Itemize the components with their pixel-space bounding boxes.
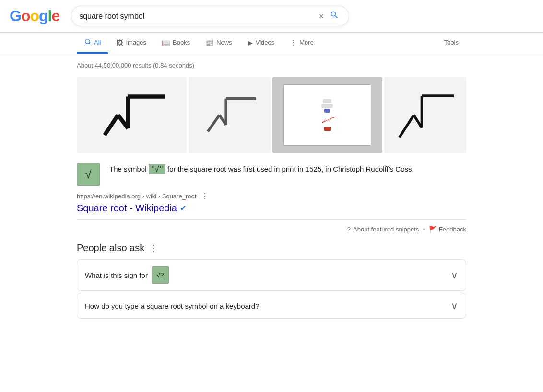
snippet-text-block: The symbol "√" for the square root was f…: [109, 163, 414, 176]
search-bar[interactable]: square root symbol ×: [71, 6, 349, 26]
question-icon: ?: [347, 226, 351, 233]
results-count: About 44,50,00,000 results (0.84 seconds…: [77, 62, 466, 69]
all-icon: [84, 38, 91, 46]
wiki-link-text: Square root - Wikipedia: [77, 203, 177, 214]
more-icon: ⋮: [290, 39, 296, 46]
clear-search-button[interactable]: ×: [315, 12, 328, 21]
google-logo[interactable]: Google: [10, 7, 59, 25]
featured-snippet: √ The symbol "√" for the square root was…: [77, 163, 466, 233]
image-result-4[interactable]: [384, 77, 466, 153]
tab-videos[interactable]: ▶ Videos: [240, 33, 283, 54]
svg-marker-10: [322, 118, 332, 123]
image-result-2[interactable]: [189, 77, 271, 153]
svg-line-6: [208, 115, 220, 131]
paa-icon-1: √?: [152, 266, 169, 284]
tab-images[interactable]: 🖼 Images: [108, 33, 154, 54]
paa-item-1-text: What is this sign for √?: [85, 266, 169, 284]
tools-button[interactable]: Tools: [437, 33, 466, 53]
feedback-row: ? About featured snippets • 🚩 Feedback: [77, 219, 466, 233]
header: Google square root symbol ×: [0, 0, 543, 33]
paa-chevron-1: ∨: [451, 269, 458, 281]
about-snippets-label: About featured snippets: [353, 226, 419, 233]
image-result-1[interactable]: [77, 77, 187, 153]
tab-all-label: All: [94, 39, 101, 46]
snippet-description: The symbol "√" for the square root was f…: [109, 163, 414, 176]
image-strip[interactable]: [77, 77, 466, 153]
feedback-label: Feedback: [439, 226, 466, 233]
results-container: About 44,50,00,000 results (0.84 seconds…: [0, 54, 543, 328]
paa-item-2-text: How do you type a square root symbol on …: [85, 302, 260, 310]
svg-line-1: [89, 43, 91, 45]
images-icon: 🖼: [116, 39, 123, 46]
svg-line-2: [105, 115, 118, 135]
nav-tabs: All 🖼 Images 📖 Books 📰 News ▶ Videos ⋮ M…: [0, 33, 543, 54]
feedback-icon: 🚩: [429, 226, 437, 233]
tab-images-label: Images: [126, 39, 146, 46]
search-button[interactable]: [328, 10, 341, 22]
people-also-ask-section: People also ask ⋮ What is this sign for …: [77, 242, 466, 319]
snippet-symbol-highlight: "√": [149, 164, 165, 174]
svg-point-0: [85, 39, 90, 44]
books-icon: 📖: [162, 39, 170, 46]
snippet-content: √ The symbol "√" for the square root was…: [77, 163, 466, 186]
wiki-menu-button[interactable]: ⋮: [201, 192, 209, 201]
tab-all[interactable]: All: [77, 33, 108, 54]
tab-more[interactable]: ⋮ More: [282, 33, 321, 54]
tab-news-label: News: [216, 39, 232, 46]
paa-item-1[interactable]: What is this sign for √? ∨: [77, 259, 466, 291]
tab-news[interactable]: 📰 News: [198, 33, 240, 54]
wiki-verified-icon: ✔: [180, 204, 186, 213]
paa-header: People also ask ⋮: [77, 242, 466, 254]
image-result-3[interactable]: [272, 77, 382, 153]
paa-chevron-2: ∨: [451, 300, 458, 311]
dot-separator: •: [423, 226, 425, 233]
tab-books[interactable]: 📖 Books: [154, 33, 198, 54]
wiki-link[interactable]: Square root - Wikipedia ✔: [77, 203, 466, 214]
tab-books-label: Books: [173, 39, 190, 46]
about-snippets-button[interactable]: ? About featured snippets: [347, 226, 419, 233]
tab-more-label: More: [299, 39, 314, 46]
wiki-source-url: https://en.wikipedia.org › wiki › Square…: [77, 192, 466, 201]
tab-videos-label: Videos: [256, 39, 275, 46]
search-input[interactable]: square root symbol: [79, 12, 315, 21]
feedback-button[interactable]: 🚩 Feedback: [429, 226, 466, 233]
videos-icon: ▶: [248, 39, 253, 46]
svg-line-12: [400, 115, 414, 138]
paa-item-2[interactable]: How do you type a square root symbol on …: [77, 293, 466, 319]
snippet-icon: √: [77, 163, 100, 186]
paa-menu-button[interactable]: ⋮: [149, 243, 158, 254]
news-icon: 📰: [205, 39, 213, 46]
paa-title: People also ask: [77, 242, 144, 254]
